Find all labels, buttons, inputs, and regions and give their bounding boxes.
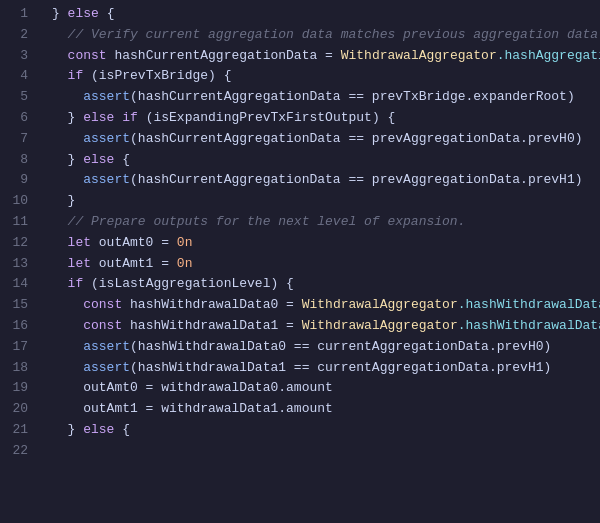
line-number: 21 <box>8 420 28 441</box>
token: WithdrawalAggregator <box>341 48 497 63</box>
token <box>52 131 83 146</box>
code-line: let outAmt1 = 0n <box>52 254 600 275</box>
token: } <box>52 110 83 125</box>
token: const <box>83 297 122 312</box>
line-number: 22 <box>8 441 28 462</box>
line-number: 8 <box>8 150 28 171</box>
line-number: 9 <box>8 170 28 191</box>
token: (isPrevTxBridge) { <box>83 68 231 83</box>
token: WithdrawalAggregator <box>302 318 458 333</box>
token: (hashWithdrawalData1 == currentAggregati… <box>130 360 551 375</box>
code-line: assert(hashCurrentAggregationData == pre… <box>52 129 600 150</box>
token: (hashCurrentAggregationData == prevAggre… <box>130 172 582 187</box>
token: { <box>114 422 130 437</box>
token <box>52 172 83 187</box>
token <box>52 68 68 83</box>
token: assert <box>83 172 130 187</box>
line-number: 6 <box>8 108 28 129</box>
token: hashCurrentAggregationData = <box>107 48 341 63</box>
code-line: assert(hashCurrentAggregationData == pre… <box>52 170 600 191</box>
line-number: 19 <box>8 378 28 399</box>
code-line: // Prepare outputs for the next level of… <box>52 212 600 233</box>
code-line: assert(hashWithdrawalData1 == currentAgg… <box>52 358 600 379</box>
token: assert <box>83 339 130 354</box>
token: let <box>68 256 91 271</box>
line-number: 17 <box>8 337 28 358</box>
code-line: outAmt0 = withdrawalData0.amount <box>52 378 600 399</box>
token: // Prepare outputs for the next level of… <box>52 214 465 229</box>
code-content: } else { // Verify current aggregation d… <box>40 4 600 519</box>
token: const <box>68 48 107 63</box>
token: outAmt0 = <box>91 235 177 250</box>
line-number: 7 <box>8 129 28 150</box>
token: hashWithdrawalData0 = <box>122 297 301 312</box>
code-line: const hashCurrentAggregationData = Withd… <box>52 46 600 67</box>
code-line: let outAmt0 = 0n <box>52 233 600 254</box>
code-line: } else if (isExpandingPrevTxFirstOutput)… <box>52 108 600 129</box>
token <box>52 318 83 333</box>
token: (hashWithdrawalData0 == currentAggregati… <box>130 339 551 354</box>
line-number: 18 <box>8 358 28 379</box>
line-number: 14 <box>8 274 28 295</box>
token <box>52 339 83 354</box>
line-number: 15 <box>8 295 28 316</box>
line-numbers: 12345678910111213141516171819202122 <box>0 4 40 519</box>
token <box>52 297 83 312</box>
line-number: 5 <box>8 87 28 108</box>
code-line: // Verify current aggregation data match… <box>52 25 600 46</box>
token <box>52 235 68 250</box>
token: else <box>68 6 99 21</box>
token: (hashCurrentAggregationData == prevTxBri… <box>130 89 575 104</box>
token <box>52 48 68 63</box>
token: let <box>68 235 91 250</box>
token: outAmt1 = withdrawalData1.amount <box>52 401 333 416</box>
token: WithdrawalAggregator <box>302 297 458 312</box>
code-line: } else { <box>52 150 600 171</box>
line-number: 4 <box>8 66 28 87</box>
line-number: 13 <box>8 254 28 275</box>
token: } <box>52 422 83 437</box>
code-line: } <box>52 191 600 212</box>
token <box>52 89 83 104</box>
token: } <box>52 6 68 21</box>
token <box>52 276 68 291</box>
token <box>52 256 68 271</box>
code-line: assert(hashCurrentAggregationData == pre… <box>52 87 600 108</box>
token: .hashWithdrawalData(wi <box>458 297 600 312</box>
code-line: } else { <box>52 4 600 25</box>
token: { <box>114 152 130 167</box>
line-number: 20 <box>8 399 28 420</box>
line-number: 10 <box>8 191 28 212</box>
code-line: } else { <box>52 420 600 441</box>
code-line: if (isLastAggregationLevel) { <box>52 274 600 295</box>
line-number: 16 <box>8 316 28 337</box>
code-line: outAmt1 = withdrawalData1.amount <box>52 399 600 420</box>
token: // Verify current aggregation data match… <box>52 27 600 42</box>
token: } <box>52 193 75 208</box>
token: .hashWithdrawalData(wi <box>458 318 600 333</box>
token: } <box>52 152 83 167</box>
token: assert <box>83 131 130 146</box>
token: const <box>83 318 122 333</box>
line-number: 3 <box>8 46 28 67</box>
line-number: 12 <box>8 233 28 254</box>
code-line: if (isPrevTxBridge) { <box>52 66 600 87</box>
line-number: 2 <box>8 25 28 46</box>
code-line: assert(hashWithdrawalData0 == currentAgg… <box>52 337 600 358</box>
code-line: const hashWithdrawalData0 = WithdrawalAg… <box>52 295 600 316</box>
token: else <box>83 422 114 437</box>
line-number: 11 <box>8 212 28 233</box>
token: (hashCurrentAggregationData == prevAggre… <box>130 131 582 146</box>
token: else <box>83 152 114 167</box>
token: else <box>83 110 114 125</box>
token: assert <box>83 360 130 375</box>
token: .hashAggregationData <box>497 48 600 63</box>
line-number: 1 <box>8 4 28 25</box>
token: 0n <box>177 235 193 250</box>
code-editor: 12345678910111213141516171819202122 } el… <box>0 0 600 523</box>
token: if <box>68 68 84 83</box>
token: (isLastAggregationLevel) { <box>83 276 294 291</box>
token: if <box>122 110 138 125</box>
token: assert <box>83 89 130 104</box>
token: outAmt0 = withdrawalData0.amount <box>52 380 333 395</box>
